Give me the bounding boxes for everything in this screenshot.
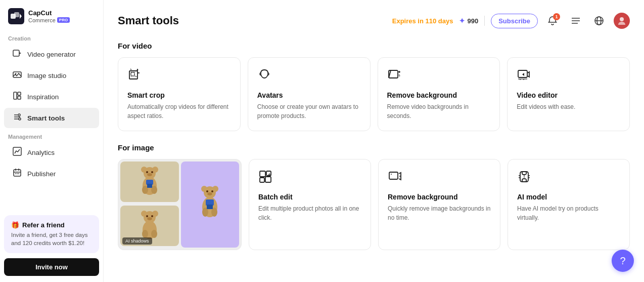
- svg-point-69: [151, 230, 157, 238]
- smart-crop-icon: [127, 68, 231, 85]
- svg-point-44: [151, 171, 153, 173]
- svg-point-14: [19, 118, 21, 120]
- svg-rect-60: [207, 205, 213, 209]
- svg-rect-73: [265, 177, 271, 182]
- svg-point-66: [151, 215, 153, 217]
- smart-tools-icon: [12, 112, 22, 124]
- remove-bg-image-desc: Quickly remove image backgrounds in no t…: [388, 204, 491, 222]
- refer-desc: Invite a friend, get 3 free days and 120…: [11, 231, 92, 247]
- svg-point-29: [620, 17, 624, 21]
- batch-edit-card[interactable]: Batch edit Edit multiple product photos …: [249, 159, 371, 250]
- preview-img-top: [120, 162, 179, 202]
- preview-img-purple: [181, 162, 240, 248]
- image-preview-card[interactable]: AI shadows: [118, 159, 242, 250]
- sidebar-item-smart-tools[interactable]: Smart tools: [4, 108, 99, 128]
- avatars-card[interactable]: Avatars Choose or create your own avatar…: [248, 57, 371, 131]
- management-section-label: Management: [0, 129, 103, 142]
- batch-edit-icon: [258, 170, 361, 187]
- svg-rect-76: [389, 172, 398, 179]
- batch-edit-title: Batch edit: [258, 193, 361, 201]
- sidebar-item-analytics[interactable]: Analytics: [4, 142, 99, 163]
- smart-crop-title: Smart crop: [127, 91, 231, 99]
- sidebar-item-image-studio[interactable]: Image studio: [4, 65, 99, 86]
- refer-title: 🎁 Refer a friend: [11, 221, 92, 229]
- svg-marker-2: [20, 14, 22, 19]
- svg-point-55: [211, 190, 213, 192]
- ai-model-card[interactable]: AI model Have AI model try on products v…: [508, 159, 630, 250]
- avatars-title: Avatars: [257, 91, 361, 99]
- video-generator-icon: [12, 49, 22, 60]
- main-content: Smart tools Expires in 110 days ✦ 990 Su…: [104, 0, 644, 282]
- remove-bg-video-title: Remove background: [387, 91, 491, 99]
- svg-rect-70: [260, 171, 265, 177]
- logo-icon: [8, 8, 24, 24]
- creation-section-label: Creation: [0, 30, 103, 44]
- ai-model-desc: Have AI model try on products virtually.: [517, 204, 620, 222]
- publisher-icon: [12, 168, 22, 179]
- analytics-icon: [12, 147, 22, 158]
- user-avatar[interactable]: [614, 13, 630, 29]
- svg-point-68: [142, 230, 148, 238]
- image-cards-grid: AI shadows Batch edit Edit multiple prod…: [118, 159, 630, 250]
- invite-now-button[interactable]: Invite now: [4, 258, 99, 276]
- svg-rect-37: [518, 70, 527, 77]
- sidebar-item-label: Publisher: [27, 170, 56, 178]
- sidebar: CapCut Commerce PRO Creation Video gener…: [0, 0, 104, 282]
- sidebar-item-publisher[interactable]: Publisher: [4, 164, 99, 184]
- for-video-title: For video: [118, 42, 630, 50]
- sidebar-item-inspiration[interactable]: Inspiration: [4, 87, 99, 107]
- svg-rect-3: [13, 50, 19, 56]
- sidebar-item-video-generator[interactable]: Video generator: [4, 44, 99, 64]
- header-right: Expires in 110 days ✦ 990 Subscribe 1: [392, 12, 630, 29]
- ai-shadows-label: AI shadows: [122, 237, 152, 245]
- avatars-desc: Choose or create your own avatars to pro…: [257, 102, 361, 120]
- smart-crop-desc: Automatically crop videos for different …: [127, 102, 231, 120]
- svg-point-13: [18, 114, 20, 116]
- svg-point-43: [146, 171, 148, 173]
- smart-crop-card[interactable]: Smart crop Automatically crop videos for…: [118, 57, 241, 131]
- credits-display: ✦ 990: [459, 17, 478, 25]
- remove-bg-image-icon: [388, 170, 491, 187]
- svg-rect-1: [14, 12, 19, 17]
- sidebar-item-label: Video generator: [27, 51, 76, 58]
- page-header: Smart tools Expires in 110 days ✦ 990 Su…: [118, 12, 630, 29]
- svg-rect-71: [266, 171, 271, 176]
- sidebar-item-label: Analytics: [27, 149, 55, 156]
- sidebar-bottom: 🎁 Refer a friend Invite a friend, get 3 …: [0, 209, 103, 282]
- remove-bg-video-card[interactable]: Remove background Remove video backgroun…: [378, 57, 500, 131]
- inspiration-icon: [12, 91, 22, 102]
- sidebar-item-label: Smart tools: [27, 114, 65, 122]
- help-button[interactable]: ?: [612, 250, 634, 272]
- page-title: Smart tools: [118, 14, 179, 27]
- refer-card: 🎁 Refer a friend Invite a friend, get 3 …: [4, 215, 99, 253]
- remove-bg-video-desc: Remove video backgrounds in seconds.: [387, 102, 491, 120]
- expires-text: Expires in 110 days: [392, 17, 453, 25]
- ai-model-icon: [517, 170, 620, 187]
- video-cards-grid: Smart crop Automatically crop videos for…: [118, 57, 630, 131]
- remove-bg-image-title: Remove background: [388, 193, 491, 201]
- svg-rect-72: [260, 178, 264, 182]
- video-editor-desc: Edit videos with ease.: [517, 102, 620, 111]
- notification-badge: 1: [553, 13, 560, 20]
- language-button[interactable]: [590, 12, 608, 29]
- video-editor-icon: [517, 68, 620, 85]
- svg-rect-9: [18, 96, 21, 99]
- credits-value: 990: [467, 17, 478, 25]
- svg-rect-8: [18, 92, 21, 95]
- subscribe-button[interactable]: Subscribe: [491, 14, 538, 28]
- svg-rect-49: [147, 184, 152, 188]
- ai-model-title: AI model: [517, 193, 620, 201]
- divider: [484, 16, 485, 26]
- svg-point-54: [206, 190, 208, 192]
- logo-area[interactable]: CapCut Commerce PRO: [0, 0, 103, 30]
- svg-point-65: [146, 215, 148, 217]
- svg-marker-4: [19, 52, 21, 54]
- svg-point-56: [207, 192, 212, 195]
- logo-name: CapCut: [28, 9, 70, 17]
- logo-text: CapCut Commerce PRO: [28, 9, 70, 23]
- remove-bg-image-card[interactable]: Remove background Quickly remove image b…: [378, 159, 500, 250]
- notifications-button[interactable]: 1: [544, 12, 561, 29]
- gift-icon: 🎁: [11, 221, 19, 229]
- menu-button[interactable]: [567, 12, 584, 29]
- video-editor-card[interactable]: Video editor Edit videos with ease.: [507, 57, 630, 131]
